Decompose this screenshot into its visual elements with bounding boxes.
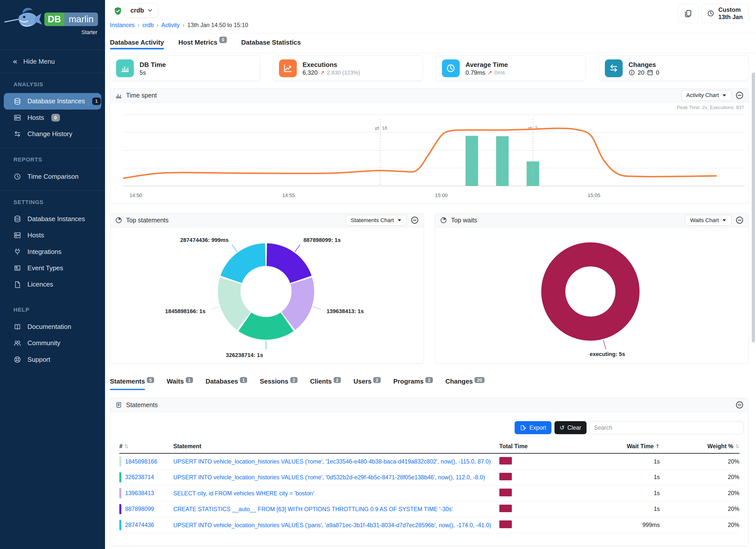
table-row: 287474436UPSERT INTO vehicle_location_hi… bbox=[119, 517, 739, 533]
sidebar-item-database-instances[interactable]: Database Instances1 bbox=[4, 93, 101, 109]
tab-database-statistics[interactable]: Database Statistics bbox=[241, 33, 301, 53]
top-waits-header: Top waits Waits Chart bbox=[435, 213, 748, 227]
donut-row: Top statements Statements Chart 88789809… bbox=[110, 213, 749, 363]
sidebar-section: SETTINGSDatabase InstancesHostsIntegrati… bbox=[0, 191, 105, 299]
export-label: Export bbox=[529, 424, 546, 431]
column-header-id[interactable]: # ⇅ bbox=[119, 440, 173, 453]
statement-id-link[interactable]: 887898099 bbox=[125, 506, 154, 512]
statement-sql-link[interactable]: UPSERT INTO vehicle_location_histories V… bbox=[173, 458, 491, 465]
statements-chart-select[interactable]: Statements Chart bbox=[346, 215, 407, 225]
tab-badge: 2 bbox=[290, 377, 298, 383]
waits-chart-select[interactable]: Waits Chart bbox=[685, 215, 732, 225]
sidebar-item-community[interactable]: Community bbox=[0, 335, 105, 351]
clock-icon bbox=[14, 173, 21, 180]
kpi-value: 0.79ms bbox=[465, 69, 485, 76]
sidebar-item-database-instances[interactable]: Database Instances bbox=[0, 211, 105, 227]
tab-waits[interactable]: Waits 1 bbox=[167, 378, 193, 389]
statement-id-link[interactable]: 1845898166 bbox=[125, 458, 157, 465]
top-statements-chart: 887898099: 1s139638413: 1s326238714: 1s1… bbox=[110, 227, 424, 363]
tab-sessions[interactable]: Sessions 2 bbox=[260, 378, 298, 389]
statement-id-link[interactable]: 326238714 bbox=[125, 474, 154, 481]
copy-icon bbox=[684, 10, 692, 18]
weight-value: 20% bbox=[660, 517, 739, 533]
export-button[interactable]: Export bbox=[515, 421, 551, 434]
collapse-icon[interactable] bbox=[735, 401, 744, 409]
total-time-bar bbox=[499, 457, 512, 465]
column-header-statement[interactable]: Statement bbox=[173, 440, 499, 453]
sidebar-item-event-types[interactable]: Event Types bbox=[0, 260, 105, 276]
svg-text:⇄: ⇄ bbox=[375, 125, 379, 131]
content: DB Time 5s Executions 6,320 ↗ 2,830 (123… bbox=[105, 53, 756, 546]
sidebar-section-title: ANALYSIS bbox=[0, 81, 105, 93]
panel-title: Top statements bbox=[126, 217, 169, 224]
sidebar-item-support[interactable]: Support bbox=[0, 351, 105, 368]
table-row: 326238714UPSERT INTO vehicle_location_hi… bbox=[119, 469, 739, 485]
tab-programs[interactable]: Programs 2 bbox=[393, 378, 433, 389]
clock-icon bbox=[442, 59, 460, 77]
tab-host-metrics[interactable]: Host Metrics0 bbox=[178, 33, 227, 53]
breadcrumb-item[interactable]: crdb bbox=[142, 22, 154, 29]
sidebar-item-label: Event Types bbox=[28, 264, 63, 272]
sidebar-item-integrations[interactable]: Integrations bbox=[0, 243, 105, 260]
collapse-icon[interactable] bbox=[735, 216, 744, 224]
tab-badge: 20 bbox=[475, 377, 485, 383]
sidebar: DB marlin Starter « Hide Menu ANALYSISDa… bbox=[0, 0, 105, 549]
svg-text:14:55: 14:55 bbox=[282, 193, 295, 198]
weight-value: 20% bbox=[660, 485, 739, 501]
tab-users[interactable]: Users 2 bbox=[353, 378, 381, 389]
collapse-icon[interactable] bbox=[735, 91, 744, 100]
statement-sql-link[interactable]: UPSERT INTO vehicle_location_histories V… bbox=[173, 522, 491, 529]
tab-badge: 1 bbox=[240, 377, 247, 383]
sidebar-section-title: SETTINGS bbox=[0, 199, 105, 211]
column-header-total-time[interactable]: Total Time bbox=[499, 440, 581, 453]
breadcrumb-item: 13th Jan 14:50 to 15:10 bbox=[187, 22, 248, 29]
statement-id-link[interactable]: 139638413 bbox=[125, 490, 154, 497]
breadcrumb-item[interactable]: Instances bbox=[110, 22, 135, 29]
time-range-date: 13th Jan bbox=[718, 14, 743, 21]
sidebar-item-change-history[interactable]: Change History bbox=[0, 126, 105, 142]
breadcrumb-separator: › bbox=[157, 22, 159, 29]
sidebar-item-hosts[interactable]: Hosts bbox=[0, 227, 105, 243]
statements-table-body: 1845898166UPSERT INTO vehicle_location_h… bbox=[119, 453, 739, 533]
statement-sql-link[interactable]: SELECT city, id FROM vehicles WHERE city… bbox=[173, 490, 314, 497]
export-icon bbox=[520, 424, 527, 431]
statements-header: Statements bbox=[110, 398, 749, 412]
tab-database-activity[interactable]: Database Activity bbox=[110, 33, 164, 53]
weight-value: 20% bbox=[660, 453, 739, 469]
activity-chart-select[interactable]: Activity Chart bbox=[681, 90, 731, 101]
instance-selector[interactable]: crdb bbox=[124, 3, 158, 18]
donut-segment[interactable] bbox=[266, 243, 312, 283]
copy-link-button[interactable] bbox=[678, 4, 698, 23]
column-header-weight[interactable]: Weight % ⇅ bbox=[660, 440, 739, 453]
tab-databases[interactable]: Databases 1 bbox=[206, 378, 247, 389]
donut-segment[interactable] bbox=[553, 254, 627, 329]
peak-note: Peak Time: 2s, Executions: 837 bbox=[677, 105, 744, 110]
statements-panel: Statements Export ↺ Clear bbox=[110, 398, 749, 546]
hide-menu-button[interactable]: « Hide Menu bbox=[0, 50, 105, 73]
undo-icon: ↺ bbox=[560, 424, 564, 431]
donut-segment[interactable] bbox=[220, 243, 265, 283]
tab-changes[interactable]: Changes 20 bbox=[445, 378, 485, 389]
statement-sql-link[interactable]: UPSERT INTO vehicle_location_histories V… bbox=[173, 474, 485, 481]
tab-statements[interactable]: Statements 5 bbox=[110, 378, 154, 390]
time-spent-chart: ⇄18⇄214:5014:5515:0015:05 bbox=[110, 103, 749, 203]
scrollbar-thumb[interactable] bbox=[752, 72, 755, 342]
time-range-button[interactable]: Custom 13th Jan bbox=[701, 4, 749, 23]
svg-text:⇄: ⇄ bbox=[527, 125, 532, 131]
tab-clients[interactable]: Clients 2 bbox=[310, 378, 341, 389]
sidebar-item-hosts[interactable]: Hosts0 bbox=[0, 110, 105, 126]
time-range-mode: Custom bbox=[718, 6, 743, 13]
donut-label: 887898099: 1s bbox=[303, 237, 341, 243]
breadcrumb-item[interactable]: Activity bbox=[161, 22, 180, 29]
bar-chart-icon bbox=[116, 59, 134, 77]
sidebar-item-licences[interactable]: Licences bbox=[0, 276, 105, 293]
statement-id-link[interactable]: 287474436 bbox=[125, 522, 154, 528]
column-header-wait-time[interactable]: Wait Time ↑ bbox=[581, 440, 660, 453]
search-input[interactable] bbox=[589, 421, 744, 434]
sidebar-item-time-comparison[interactable]: Time Comparison bbox=[0, 168, 105, 185]
clear-button[interactable]: ↺ Clear bbox=[554, 421, 587, 434]
sidebar-item-documentation[interactable]: Documentation bbox=[0, 319, 105, 335]
collapse-icon[interactable] bbox=[411, 216, 419, 224]
statement-sql-link[interactable]: CREATE STATISTICS __auto__ FROM [63] WIT… bbox=[173, 506, 453, 513]
weight-value: 20% bbox=[660, 501, 739, 517]
